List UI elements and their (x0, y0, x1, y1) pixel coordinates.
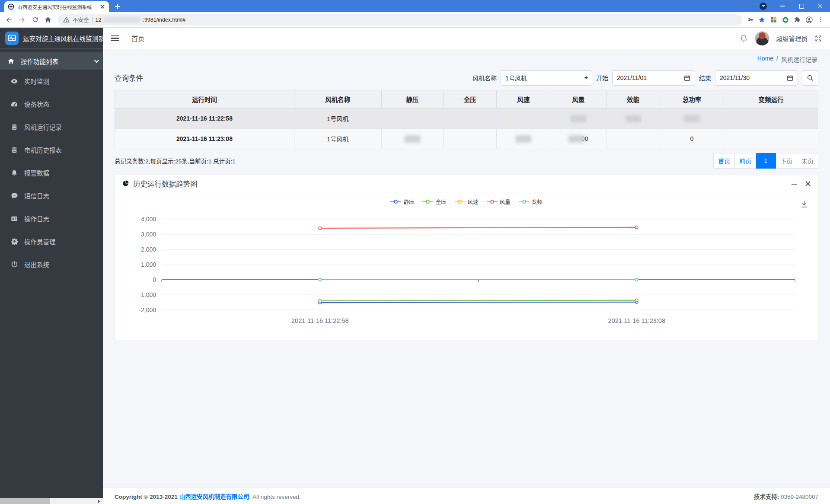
sidebar-item-alarm-data[interactable]: 报警数据 (0, 161, 103, 184)
chart-card-header: 历史运行数据趋势图 (115, 175, 818, 192)
table-cell: 0 (660, 129, 724, 149)
sidebar-item-operation-log[interactable]: 操作日志 (0, 207, 103, 230)
col-header: 风机名称 (294, 90, 381, 108)
table-row[interactable]: 2021-11-16 11:22:581号风机 (115, 108, 818, 129)
svg-text:2021-11-16 11:23:08: 2021-11-16 11:23:08 (608, 317, 666, 324)
bookmark-star-icon[interactable] (758, 16, 766, 23)
table-stats-row: 总记录条数:2,每页显示:25条,当前页:1 总计页:1 首页 前页 1 下页 … (115, 153, 818, 169)
address-bar[interactable]: 不安全 12:9981/index.html# (58, 14, 742, 26)
horizontal-scrollbar[interactable] (0, 498, 103, 504)
redacted-value (568, 135, 584, 143)
browser-menu-dots-icon[interactable] (817, 16, 824, 23)
extension-colorful-icon[interactable] (770, 16, 777, 23)
home-button[interactable] (42, 14, 54, 26)
search-icon (807, 74, 814, 81)
calendar-icon[interactable] (787, 75, 793, 81)
pagination-last-button[interactable]: 末页 (797, 153, 818, 169)
table-cell: 2021-11-16 11:23:08 (115, 129, 294, 149)
start-date-input[interactable]: 2021/11/01 (612, 70, 695, 86)
gear-icon (10, 238, 19, 245)
pagination-first-button[interactable]: 首页 (713, 153, 735, 169)
records-summary: 总记录条数:2,每页显示:25条,当前页:1 总计页:1 (115, 156, 236, 165)
extension-green-icon[interactable] (782, 16, 789, 24)
legend-marker-icon (519, 200, 530, 204)
end-date-input[interactable]: 2021/11/30 (715, 70, 798, 86)
redacted-value (626, 115, 641, 122)
sidebar-item-logout[interactable]: 退出系统 (0, 253, 103, 276)
tab-title: 山西运安主通风实时在线监测系统 (17, 3, 96, 10)
trend-chart-svg[interactable]: 4,0003,0002,0001,0000-1,000-2,0002021-11… (118, 208, 814, 334)
table-cell: 1号风机 (294, 108, 381, 129)
end-date-label: 结束 (699, 73, 711, 82)
back-button[interactable] (3, 14, 15, 26)
browser-tab[interactable]: 山西运安主通风实时在线监测系统 (4, 1, 109, 12)
tech-support-text: 技术支持: 0359-2480007 (754, 492, 818, 501)
calendar-icon[interactable] (684, 75, 690, 81)
start-date-label: 开始 (596, 73, 608, 82)
window-controls (760, 0, 830, 12)
eye-icon (10, 77, 19, 85)
chart-title: 历史运行数据趋势图 (133, 179, 198, 189)
tab-close-icon[interactable] (99, 3, 105, 10)
sidebar-item-operator-management[interactable]: 操作员管理 (0, 230, 103, 253)
pagination-page-1-button[interactable]: 1 (756, 153, 776, 169)
reload-icon (32, 16, 39, 23)
pagination-next-button[interactable]: 下页 (776, 153, 797, 169)
sidebar-item-motor-history-report[interactable]: 电机历史报表 (0, 138, 103, 161)
legend-marker-icon (422, 200, 433, 204)
user-name[interactable]: 超级管理员 (776, 34, 808, 43)
scrollbar-right-arrow[interactable] (96, 498, 103, 504)
collapse-icon[interactable] (791, 181, 797, 187)
fan-select[interactable]: 1号风机 (501, 70, 592, 86)
legend-item-全压[interactable]: 全压 (422, 198, 446, 206)
sidebar-item-fan-run-records[interactable]: 风机运行记录 (0, 115, 103, 138)
table-cell (550, 108, 607, 129)
query-bar: 查询条件 风机名称 1号风机 开始 2021/11/01 结束 (115, 69, 818, 86)
table-header-row: 运行时间 风机名称 静压 全压 风速 风量 效能 总功率 变频运行 (115, 90, 818, 108)
sidebar-item-sms-log[interactable]: 短信日志 (0, 184, 103, 207)
brand[interactable]: 运安对旋主通风机在线监测系统 (0, 28, 103, 49)
nav-home-link[interactable]: 首页 (131, 34, 144, 43)
col-header: 风速 (497, 90, 550, 108)
url-separator (92, 17, 93, 23)
window-minimize-button[interactable] (773, 0, 792, 12)
forward-button[interactable] (16, 14, 28, 26)
extensions-puzzle-icon[interactable] (794, 16, 801, 23)
window-close-button[interactable] (811, 0, 830, 12)
fullscreen-expand-icon[interactable] (814, 35, 822, 42)
user-avatar[interactable] (755, 31, 769, 46)
pagination-prev-button[interactable]: 前页 (735, 153, 756, 169)
main-area: 首页 超级管理员 Home / (103, 28, 830, 504)
notifications-bell-icon[interactable] (740, 34, 748, 42)
brand-logo-icon (5, 32, 19, 45)
sidebar: 运安对旋主通风机在线监测系统 操作功能列表 实时监测 (0, 28, 103, 504)
svg-text:1,000: 1,000 (141, 261, 156, 268)
sidebar-item-realtime-monitor[interactable]: 实时监测 (0, 70, 103, 93)
legend-item-变频[interactable]: 变频 (519, 198, 543, 206)
legend-item-风速[interactable]: 风速 (454, 198, 478, 206)
browser-user-avatar-icon[interactable] (805, 16, 813, 24)
window-maximize-button[interactable] (792, 0, 811, 12)
company-link[interactable]: 山西运安风机制造有限公司 (179, 494, 249, 500)
table-row[interactable]: 2021-11-16 11:23:081号风机000 (115, 129, 818, 149)
col-header: 静压 (381, 90, 443, 108)
security-label[interactable]: 不安全 (73, 16, 89, 24)
breadcrumb-home-link[interactable]: Home (757, 55, 773, 64)
table-cell (443, 108, 497, 129)
sidebar-toggle-icon[interactable] (111, 35, 119, 41)
browser-profile-icon[interactable] (760, 3, 767, 10)
sidebar-item-function-list[interactable]: 操作功能列表 (0, 52, 103, 70)
legend-item-静压[interactable]: 静压 (390, 198, 414, 206)
password-key-icon[interactable] (747, 16, 754, 23)
reload-button[interactable] (29, 14, 41, 26)
sidebar-item-device-status[interactable]: 设备状态 (0, 93, 103, 115)
legend-item-风量[interactable]: 风量 (487, 198, 511, 206)
redacted-value (516, 135, 531, 143)
scrollbar-thumb[interactable] (0, 498, 50, 504)
search-button[interactable] (802, 70, 818, 86)
browser-tabstrip: 山西运安主通风实时在线监测系统 (0, 0, 830, 12)
download-icon[interactable] (800, 200, 808, 208)
toolbar-extensions (747, 16, 827, 24)
close-icon[interactable] (805, 181, 811, 187)
new-tab-button[interactable] (112, 1, 123, 12)
